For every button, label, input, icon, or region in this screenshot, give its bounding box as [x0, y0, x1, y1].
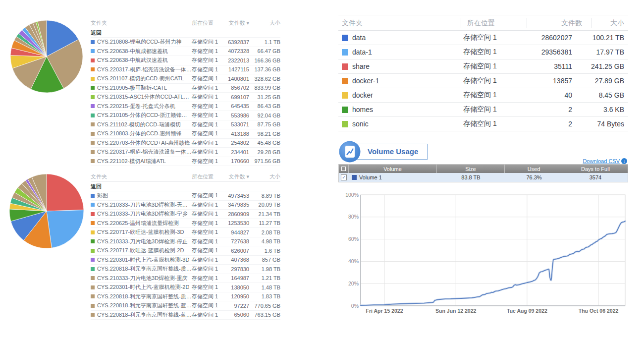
column-header-used[interactable]: Used [505, 165, 563, 173]
shared-folder-row[interactable]: docker存储空间 1408.45 GB [338, 88, 628, 103]
folder-row[interactable]: CYS.220717-欣旺达-蓝膜机检测-2D存储空间 16260071.6 T… [91, 246, 280, 256]
folder-name[interactable]: CYS.201107-模切的CCD-衢州CATL [97, 75, 184, 82]
column-header-size[interactable]: 大小 [249, 173, 280, 180]
column-header-days-to-full[interactable]: Days to Full [563, 165, 628, 173]
folder-size-pie-chart-top[interactable] [10, 20, 83, 95]
folder-name[interactable]: CYS.220625-温州瑞浦流量焊检测 [97, 220, 179, 227]
column-header-size[interactable]: 大小 [249, 19, 280, 27]
folder-name[interactable]: CYS.210808-锂电的CCD-苏州力神 [97, 38, 182, 46]
folder-name[interactable]: data-1 [352, 48, 372, 56]
folder-row[interactable]: CYS.220818-利元亨南京国轩整线-质量焊-2D存储空间 11209501… [91, 292, 280, 302]
select-all-checkbox[interactable] [339, 165, 349, 173]
folder-name[interactable]: CYS.220717-欣旺达-蓝膜机检测-2D [97, 247, 184, 254]
folder-name[interactable]: sonic [352, 120, 369, 128]
folder-name[interactable]: CYS.210333-刀片电池3D焊检测-宁乡 [97, 210, 188, 218]
folder-name[interactable]: CYS.210105-分体的CCD-浙江赣锋（兰溪） [97, 112, 192, 119]
column-header-location[interactable]: 所在位置 [461, 18, 527, 28]
folder-row[interactable]: CYS.220818-利元亨南京国轩整线-蓝膜机存储空间 165060763.1… [91, 311, 280, 320]
folder-row[interactable]: CYS.220638-中航武汉速差机存储空间 12322013166.36 GB [91, 56, 280, 65]
shared-folder-row[interactable]: sonic存储空间 1274 Bytes [338, 117, 628, 131]
shared-folder-row[interactable]: data-1存储空间 12935638117.97 TB [338, 45, 628, 59]
column-header-folder[interactable]: 文件夹 [91, 19, 192, 27]
folder-row[interactable]: CYS.220717-欣旺达-蓝膜机检测-3D存储空间 19448272.08 … [91, 228, 280, 237]
folder-row[interactable]: CYS.210803-分体的CCD-惠州赣锋存储空间 141318898.21 … [91, 129, 280, 139]
x-axis-tick-label: Tue Aug 09 2022 [507, 308, 547, 314]
pie-slice[interactable] [47, 210, 84, 248]
folder-row[interactable]: CYS.220818-利元亨南京国轩整线-质量焊-3D存储空间 12978301… [91, 265, 280, 274]
folder-name[interactable]: CYS.210333-刀片电池3D焊检测-重庆 [97, 275, 188, 282]
folder-name[interactable]: CYS.220818-利元亨南京国轩整线-蓝膜激光焊缝-... [97, 302, 192, 309]
folder-row[interactable]: CYS.220625-温州瑞浦流量焊检测存储空间 1125353011.27 T… [91, 219, 280, 228]
folder-name[interactable]: CYS.220638-中航成都速差机 [97, 48, 168, 55]
column-header-size[interactable]: Size [437, 165, 505, 173]
download-csv-link[interactable]: Download CSV ↓ [583, 158, 627, 164]
folder-row[interactable]: CYS.210333-刀片电池3D焊检测-宁乡存储空间 1286090921.3… [91, 210, 280, 219]
folder-name[interactable]: CYS.220703-分体的CCD+AI-惠州赣锋 [97, 139, 190, 147]
folder-row[interactable]: CYS.220301-时代上汽-蓝膜机检测-3D存储空间 1407368857 … [91, 256, 280, 265]
back-link[interactable]: 返回 [91, 182, 280, 191]
column-header-location[interactable]: 所在位置 [192, 173, 223, 180]
folder-name[interactable]: CYS.220818-利元亨南京国轩整线-质量焊-3D [97, 265, 192, 273]
folder-name[interactable]: docker-1 [352, 77, 379, 85]
volume-usage-line-chart: 0%20%40%60%80%100%Fri Apr 15 2022Sun Jun… [342, 192, 632, 321]
folder-row[interactable]: CYS.220317-桐庐-铝壳清洗设备一体机-定位存储空间 123440129… [91, 148, 280, 157]
folder-row[interactable]: CYS.210333-刀片电池3D焊检测-无为-2期存储空间 134798352… [91, 201, 280, 210]
column-header-size[interactable]: 大小 [591, 18, 628, 28]
folder-name[interactable]: share [352, 62, 370, 70]
folder-row[interactable]: CYS.220215-蛋卷-托盘式分条机存储空间 164543586.43 GB [91, 102, 280, 112]
shared-folder-row[interactable]: docker-1存储空间 11385727.89 GB [338, 74, 628, 88]
folder-name[interactable]: CYS.220818-利元亨南京国轩整线-蓝膜机 [97, 311, 192, 319]
folder-row[interactable]: CYS.220317-桐庐-铝壳清洗设备一体机-缺陷检测存储空间 1142711… [91, 65, 280, 75]
column-header-folder[interactable]: 文件夹 [91, 173, 192, 180]
column-header-count[interactable]: 文件数 ▾ [223, 19, 249, 27]
folder-row[interactable]: CYS.210808-锂电的CCD-苏州力神存储空间 163928371.1 T… [91, 38, 280, 47]
folder-row[interactable]: CYS.220818-利元亨南京国轩整线-蓝膜激光焊缝-...存储空间 1972… [91, 301, 280, 311]
column-header-folder[interactable]: 文件夹 [338, 18, 461, 28]
back-link[interactable]: 返回 [91, 28, 280, 38]
folder-name[interactable]: CYS.220638-中航武汉速差机 [97, 57, 168, 64]
folder-name[interactable]: CYS.220215-蛋卷-托盘式分条机 [97, 103, 175, 110]
folder-row[interactable]: CYS.220703-分体的CCD+AI-惠州赣锋存储空间 125480245.… [91, 139, 280, 148]
folder-name[interactable]: CYS.220317-桐庐-铝壳清洗设备一体机-定位 [97, 148, 192, 156]
folder-row[interactable]: CYS.210315-ASC1分体的CCD-ATL分条机存储空间 1699107… [91, 93, 280, 102]
folder-name[interactable]: CYS.210315-ASC1分体的CCD-ATL分条机 [97, 93, 192, 101]
folder-name[interactable]: 彩图 [97, 192, 108, 199]
folder-row[interactable]: CYS.220638-中航成都速差机存储空间 1407232866.47 GB [91, 47, 280, 57]
folder-name[interactable]: CYS.210333-刀片电池3D焊检测-无为-2期 [97, 201, 192, 209]
folder-name[interactable]: CYS.220301-时代上汽-蓝膜机检测-2D [97, 283, 189, 291]
column-header-volume[interactable]: Volume [349, 165, 437, 173]
volume-row[interactable]: ✓ Volume 1 83.8 TB 76.3% 3574 [339, 173, 628, 182]
folder-row[interactable]: CYS.221102-模切AI瑞浦ATL存储空间 1170660971.56 G… [91, 157, 280, 167]
shared-folder-row[interactable]: share存储空间 135111241.25 GB [338, 59, 628, 74]
folder-name[interactable]: docker [352, 91, 373, 99]
folder-row[interactable]: CYS.210333-刀片电池3D焊检测-停止存储空间 17276384.98 … [91, 237, 280, 247]
folder-name[interactable]: homes [352, 106, 373, 113]
pie-slice[interactable] [47, 174, 84, 211]
folder-name[interactable]: CYS.221102-模切AI瑞浦ATL [97, 158, 166, 165]
folder-row[interactable]: CYS.201107-模切的CCD-衢州CATL存储空间 11400801328… [91, 74, 280, 84]
folder-name[interactable]: CYS.220317-桐庐-铝壳清洗设备一体机-缺陷检测 [97, 66, 192, 73]
folder-name[interactable]: CYS.220717-欣旺达-蓝膜机检测-3D [97, 228, 184, 236]
folder-name[interactable]: CYS.211102-模切的CCD-瑞浦模切 [97, 121, 181, 128]
folder-row[interactable]: CYS.210333-刀片电池3D焊检测-重庆存储空间 11649871.21 … [91, 274, 280, 283]
column-header-location[interactable]: 所在位置 [192, 19, 223, 27]
shared-folder-row[interactable]: homes存储空间 123.6 KB [338, 103, 628, 117]
folder-size-pie-chart-bottom[interactable] [9, 173, 84, 251]
shared-folder-row[interactable]: data存储空间 128602027100.21 TB [338, 31, 628, 45]
folder-row[interactable]: CYS.211102-模切的CCD-瑞浦模切存储空间 153307187.75 … [91, 120, 280, 130]
folder-count: 13857 [517, 77, 581, 85]
folder-row[interactable]: CYS.210105-分体的CCD-浙江赣锋（兰溪）存储空间 155398692… [91, 111, 280, 120]
folder-name[interactable]: CYS.220818-利元亨南京国轩整线-质量焊-2D [97, 293, 192, 300]
folder-name[interactable]: CYS.210333-刀片电池3D焊检测-停止 [97, 238, 188, 245]
column-header-count[interactable]: 文件数 [527, 18, 591, 28]
folder-name[interactable]: data [352, 34, 366, 42]
folder-name[interactable]: CYS.220301-时代上汽-蓝膜机检测-3D [97, 256, 189, 264]
folder-row[interactable]: 彩图存储空间 149734538.89 TB [91, 191, 280, 201]
folder-name[interactable]: CYS.210905-极耳翻折-CATL [97, 84, 167, 92]
folder-name[interactable]: CYS.210803-分体的CCD-惠州赣锋 [97, 130, 182, 137]
folder-row[interactable]: CYS.210905-极耳翻折-CATL存储空间 1856702833.99 G… [91, 84, 280, 93]
column-header-count[interactable]: 文件数 ▾ [223, 173, 249, 180]
folder-row[interactable]: CYS.220301-时代上汽-蓝膜机检测-2D存储空间 11380501.48… [91, 283, 280, 292]
folder-location: 存储空间 1 [192, 275, 223, 282]
volume-checkbox[interactable]: ✓ [341, 174, 347, 180]
